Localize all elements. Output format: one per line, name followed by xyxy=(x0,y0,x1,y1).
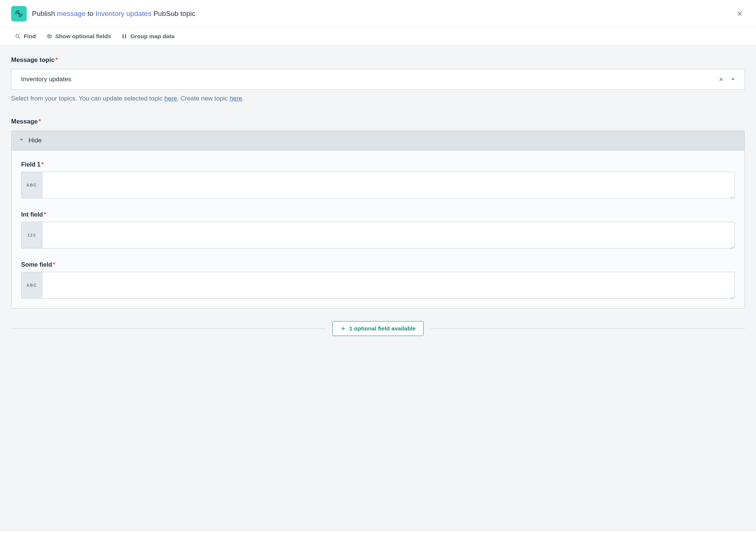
clear-icon[interactable] xyxy=(717,75,725,83)
update-topic-link[interactable]: here xyxy=(164,95,177,102)
group-map-button[interactable]: Group map data xyxy=(121,33,174,40)
chevron-down-icon xyxy=(19,137,24,144)
type-hint-123: 123 xyxy=(22,222,42,248)
field-label: Field 1* xyxy=(21,161,735,168)
field-input-wrap: ABC xyxy=(21,172,735,198)
topic-selected-value: Inventory updates xyxy=(21,76,713,83)
toolbar: Find Show optional fields Group map data xyxy=(0,28,756,45)
topic-help-text: Select from your topics. You can update … xyxy=(11,95,745,102)
hide-label: Hide xyxy=(29,137,42,144)
title-link-message[interactable]: message xyxy=(57,10,86,17)
svg-point-0 xyxy=(18,13,20,15)
add-optional-field-button[interactable]: 1 optional field available xyxy=(332,321,423,336)
find-label: Find xyxy=(24,33,36,40)
type-hint-abc: ABC xyxy=(22,172,42,198)
field-label: Some field* xyxy=(21,261,735,268)
message-label: Message* xyxy=(11,118,745,125)
svg-point-1 xyxy=(16,34,19,37)
field-label: Int field* xyxy=(21,211,735,218)
find-button[interactable]: Find xyxy=(15,33,36,40)
svg-point-2 xyxy=(49,36,50,37)
message-panel: Hide Field 1* ABC Int field* xyxy=(11,131,745,309)
message-panel-toggle[interactable]: Hide xyxy=(11,131,745,151)
field-input-wrap: 123 xyxy=(21,222,735,248)
int-field-input[interactable] xyxy=(42,222,734,248)
show-optional-button[interactable]: Show optional fields xyxy=(46,33,111,40)
dialog-title: Publish message to Inventory updates Pub… xyxy=(32,10,729,18)
optional-field-row: 1 optional field available xyxy=(11,321,745,336)
message-field: Some field* ABC xyxy=(21,261,735,299)
close-button[interactable] xyxy=(734,9,745,19)
form-content: Message topic* Inventory updates Select … xyxy=(0,45,756,531)
topic-select[interactable]: Inventory updates xyxy=(11,69,745,90)
optional-button-label: 1 optional field available xyxy=(349,325,415,332)
message-field: Field 1* ABC xyxy=(21,161,735,198)
type-hint-abc: ABC xyxy=(22,272,42,298)
divider xyxy=(430,329,745,329)
svg-rect-3 xyxy=(123,34,124,39)
dialog-header: Publish message to Inventory updates Pub… xyxy=(0,0,756,28)
group-map-label: Group map data xyxy=(130,33,174,40)
some-field-input[interactable] xyxy=(42,272,734,298)
message-panel-body: Field 1* ABC Int field* 123 xyxy=(11,151,745,308)
field-1-input[interactable] xyxy=(42,172,734,198)
topic-label: Message topic* xyxy=(11,56,745,64)
divider xyxy=(11,329,326,329)
message-field: Int field* 123 xyxy=(21,211,735,248)
pubsub-icon xyxy=(11,6,27,22)
svg-rect-4 xyxy=(125,34,126,39)
chevron-down-icon[interactable] xyxy=(729,75,737,83)
title-link-topic[interactable]: Inventory updates xyxy=(95,10,151,17)
show-optional-label: Show optional fields xyxy=(55,33,111,40)
create-topic-link[interactable]: here xyxy=(230,95,242,102)
field-input-wrap: ABC xyxy=(21,272,735,299)
